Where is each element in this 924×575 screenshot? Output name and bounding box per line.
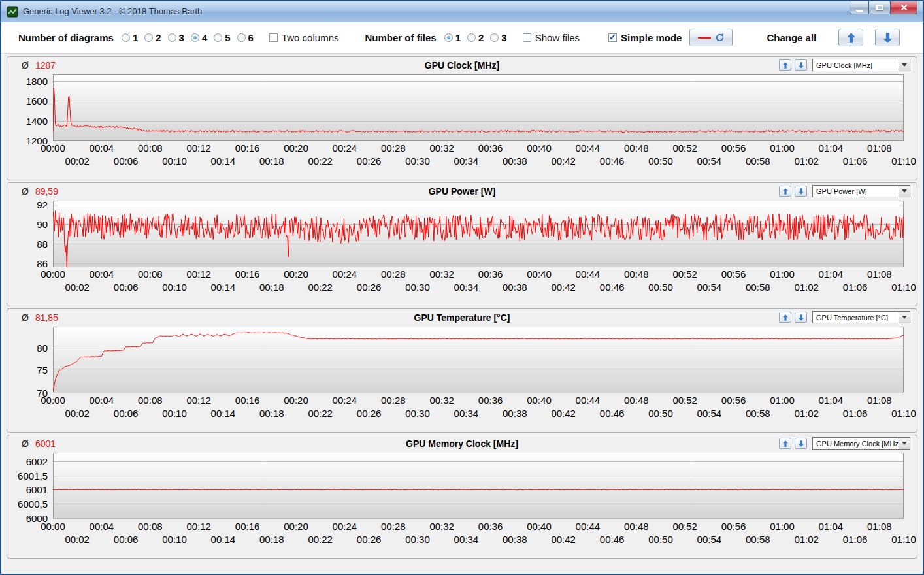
x-tick-label: 00:12 [186,269,211,280]
two-columns-checkbox[interactable]: Two columns [269,32,339,43]
y-tick-label: 1400 [26,115,48,126]
chart-canvas [53,453,904,519]
x-tick-label: 00:54 [697,156,722,167]
window-controls [849,1,917,14]
x-tick-label: 00:30 [405,156,430,167]
file-count-option-1[interactable]: 1 [444,32,461,43]
x-tick-label: 00:20 [284,142,308,154]
x-tick-label: 00:16 [235,269,260,280]
x-tick-label: 00:36 [478,142,503,154]
y-tick-label: 6001,5 [18,470,48,481]
diagram-count-option-3[interactable]: 3 [168,32,184,43]
minimize-button[interactable] [850,1,869,14]
panel-move-up-button[interactable] [779,438,791,449]
chart-area: 1200140016001800 [12,74,912,141]
x-tick-label: 00:50 [648,156,673,167]
title-bar[interactable]: Generic Log Viewer 3.2 - © 2018 Thomas B… [1,1,923,22]
panel-move-up-button[interactable] [779,312,791,323]
panel-move-up-button[interactable] [779,59,791,71]
x-tick-label: 00:32 [429,269,454,280]
x-tick-label: 00:22 [308,156,333,167]
x-tick-label: 00:40 [527,521,552,532]
panel-move-down-button[interactable] [795,186,807,197]
panel-header: Ø89,59 GPU Power [W] GPU Power [W] [12,185,912,199]
x-tick-label: 01:04 [819,521,844,532]
panel-move-down-button[interactable] [795,59,807,71]
x-tick-label: 00:28 [381,521,406,532]
x-tick-label: 01:00 [770,395,795,406]
x-tick-label: 00:52 [672,521,697,532]
show-files-checkbox[interactable]: Show files [523,32,580,43]
file-count-option-2[interactable]: 2 [467,32,484,43]
x-tick-label: 00:10 [162,534,187,545]
x-tick-label: 00:32 [429,142,454,154]
simple-mode-checkbox[interactable]: Simple mode [608,32,682,43]
x-tick-label: 00:12 [186,521,211,532]
diagram-count-option-1[interactable]: 1 [122,32,138,43]
metric-dropdown[interactable]: GPU Clock [MHz] [812,59,910,71]
arrow-down-icon [799,440,804,447]
x-tick-label: 00:08 [138,269,163,280]
x-tick-label: 00:06 [114,534,139,545]
x-tick-label: 00:02 [65,156,90,167]
x-tick-label: 00:44 [576,521,601,532]
x-tick-label: 00:24 [333,521,357,532]
x-tick-label: 01:08 [867,142,892,154]
diagram-count-option-5[interactable]: 5 [214,32,230,43]
file-count-radio-group: 123 [444,32,514,43]
number-of-files-label: Number of files [365,32,436,43]
x-tick-label: 00:30 [405,408,430,419]
checkbox-icon [523,33,531,42]
radio-label: 1 [133,32,138,43]
close-button[interactable] [890,1,917,14]
metric-dropdown[interactable]: GPU Memory Clock [MHz] [812,437,910,450]
maximize-button[interactable] [870,1,889,14]
arrow-up-icon [783,62,788,69]
x-tick-label: 01:02 [794,282,819,293]
radio-icon [168,33,176,42]
x-tick-label: 00:54 [697,408,722,419]
panel-move-down-button[interactable] [795,438,807,449]
app-window: Generic Log Viewer 3.2 - © 2018 Thomas B… [0,0,924,575]
metric-dropdown[interactable]: GPU Temperature [°C] [812,311,910,323]
move-all-up-button[interactable] [838,29,863,46]
x-tick-label: 00:14 [211,282,236,293]
metric-dropdown-value: GPU Clock [MHz] [813,61,899,69]
x-axis: 00:0000:0400:0800:1200:1600:2000:2400:28… [53,519,904,546]
x-tick-label: 00:28 [381,395,406,406]
x-tick-label: 00:56 [721,521,746,532]
move-all-down-button[interactable] [875,29,900,46]
arrow-up-icon [783,440,788,447]
x-tick-label: 00:36 [478,269,503,280]
x-tick-label: 00:46 [600,534,625,545]
arrow-up-icon [847,33,855,43]
x-tick-label: 00:58 [746,534,770,545]
chevron-down-icon [899,186,910,197]
x-tick-label: 00:18 [259,156,284,167]
panel-move-down-button[interactable] [795,312,807,323]
diagram-count-option-4[interactable]: 4 [191,32,207,43]
chart-canvas [53,74,904,141]
metric-dropdown[interactable]: GPU Power [W] [812,185,910,197]
x-tick-label: 00:26 [357,534,382,545]
x-tick-label: 00:34 [454,282,479,293]
x-tick-label: 00:18 [259,534,284,545]
x-tick-label: 00:20 [284,269,308,280]
y-tick-label: 80 [37,342,48,353]
x-tick-label: 00:24 [333,269,357,280]
x-tick-label: 00:52 [672,395,697,406]
x-tick-label: 00:06 [114,408,139,419]
line-style-button[interactable] [689,29,733,46]
y-tick-label: 6002 [26,456,48,467]
panel-controls: GPU Clock [MHz] [776,59,910,71]
diagram-count-option-6[interactable]: 6 [237,32,254,43]
x-tick-label: 01:08 [867,269,892,280]
y-tick-label: 6000,5 [18,499,48,510]
diagram-count-option-2[interactable]: 2 [144,32,161,43]
x-tick-label: 00:34 [454,156,479,167]
x-tick-label: 01:10 [891,156,916,167]
panel-move-up-button[interactable] [779,186,791,197]
radio-icon [237,33,246,42]
x-axis: 00:0000:0400:0800:1200:1600:2000:2400:28… [53,267,904,293]
file-count-option-3[interactable]: 3 [490,32,506,43]
